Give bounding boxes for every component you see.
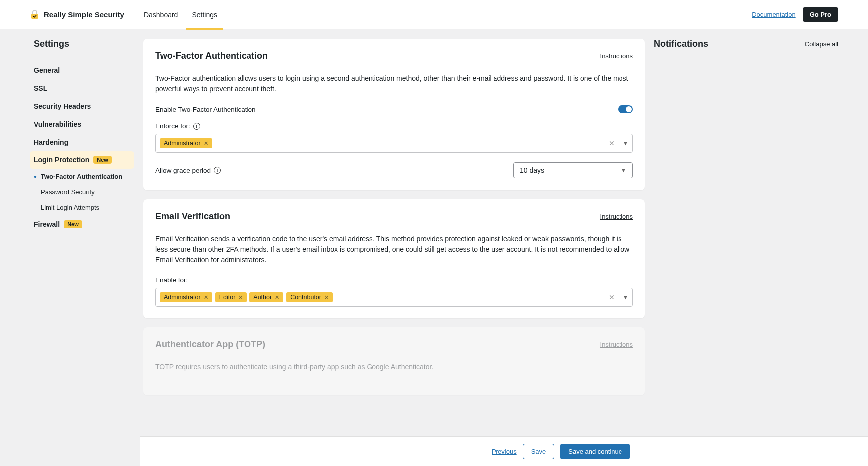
role-tag: Editor✕ — [215, 292, 247, 302]
settings-sidebar: Settings General SSL Security Headers Vu… — [30, 39, 134, 435]
label-text: Enforce for: — [155, 122, 190, 130]
header-actions: Documentation Go Pro — [752, 7, 838, 22]
remove-tag-icon[interactable]: ✕ — [204, 294, 208, 301]
sidebar-item-vulnerabilities[interactable]: Vulnerabilities — [30, 115, 134, 133]
go-pro-button[interactable]: Go Pro — [803, 7, 838, 22]
card-description: TOTP requires users to authenticate usin… — [155, 362, 633, 372]
card-email-verification: Email Verification Instructions Email Ve… — [143, 199, 645, 318]
tag-label: Editor — [219, 294, 236, 301]
selected-tags: Administrator ✕ — [160, 138, 212, 148]
info-icon[interactable]: ! — [193, 123, 200, 130]
card-header: Two-Factor Authentication Instructions — [155, 51, 633, 61]
multiselect-controls: ✕ ▼ — [609, 292, 628, 302]
login-protection-subitems: Two-Factor Authentication Password Secur… — [30, 169, 134, 215]
content-area: Settings General SSL Security Headers Vu… — [0, 30, 868, 435]
sidebar-item-security-headers[interactable]: Security Headers — [30, 97, 134, 115]
sidebar-item-general[interactable]: General — [30, 61, 134, 79]
role-tag: Author✕ — [249, 292, 283, 302]
tab-settings[interactable]: Settings — [192, 0, 217, 30]
role-tag: Administrator ✕ — [160, 138, 212, 148]
card-header: Authenticator App (TOTP) Instructions — [155, 339, 633, 350]
chevron-down-icon[interactable]: ▼ — [623, 140, 628, 146]
tag-label: Administrator — [164, 140, 201, 147]
separator — [619, 292, 619, 302]
card-authenticator-app: Authenticator App (TOTP) Instructions TO… — [143, 327, 645, 395]
label-text: Allow grace period — [155, 167, 211, 174]
card-description: Email Verification sends a verification … — [155, 234, 633, 265]
subitem-two-factor[interactable]: Two-Factor Authentication — [30, 169, 134, 184]
instructions-link[interactable]: Instructions — [600, 52, 633, 60]
tag-label: Contributor — [290, 294, 321, 301]
new-badge: New — [64, 220, 82, 228]
sidebar-item-login-protection[interactable]: Login Protection New — [30, 151, 134, 169]
tab-dashboard[interactable]: Dashboard — [144, 0, 178, 30]
header-nav: Dashboard Settings — [144, 0, 217, 30]
multiselect-controls: ✕ ▼ — [609, 138, 628, 148]
remove-tag-icon[interactable]: ✕ — [324, 294, 329, 301]
role-tag: Administrator✕ — [160, 292, 212, 302]
notifications-panel: Notifications Collapse all — [654, 39, 838, 435]
grace-period-label: Allow grace period ! — [155, 167, 221, 174]
enable-for-label: Enable for: — [155, 276, 633, 284]
remove-tag-icon[interactable]: ✕ — [238, 294, 243, 301]
separator — [619, 138, 619, 148]
brand-logo: Really Simple Security — [30, 10, 124, 20]
enable-tfa-toggle[interactable] — [618, 105, 633, 113]
card-title: Two-Factor Authentication — [155, 51, 268, 61]
selected-tags: Administrator✕ Editor✕ Author✕ Contribut… — [160, 292, 333, 302]
instructions-link[interactable]: Instructions — [600, 341, 633, 348]
instructions-link[interactable]: Instructions — [600, 213, 633, 220]
card-title: Authenticator App (TOTP) — [155, 339, 265, 350]
enable-tfa-label: Enable Two-Factor Authentication — [155, 106, 256, 113]
subitem-limit-login[interactable]: Limit Login Attempts — [30, 200, 134, 215]
card-header: Email Verification Instructions — [155, 211, 633, 222]
card-two-factor: Two-Factor Authentication Instructions T… — [143, 39, 645, 190]
app-header: Really Simple Security Dashboard Setting… — [0, 0, 868, 30]
sidebar-item-firewall[interactable]: Firewall New — [30, 215, 134, 233]
subitem-password-security[interactable]: Password Security — [30, 184, 134, 200]
collapse-all-link[interactable]: Collapse all — [805, 40, 838, 48]
enable-for-select[interactable]: Administrator✕ Editor✕ Author✕ Contribut… — [155, 288, 633, 307]
tag-label: Author — [253, 294, 272, 301]
notifications-header: Notifications Collapse all — [654, 39, 838, 49]
sidebar-item-hardening[interactable]: Hardening — [30, 133, 134, 151]
sidebar-title: Settings — [30, 39, 134, 49]
enforce-for-select[interactable]: Administrator ✕ ✕ ▼ — [155, 134, 633, 153]
clear-all-icon[interactable]: ✕ — [609, 139, 615, 147]
grace-period-row: Allow grace period ! 10 days ▼ — [155, 162, 633, 178]
sidebar-item-ssl[interactable]: SSL — [30, 79, 134, 97]
sidebar-item-label: Firewall — [34, 220, 60, 228]
documentation-link[interactable]: Documentation — [752, 11, 795, 18]
sidebar-item-label: Login Protection — [34, 156, 89, 164]
chevron-down-icon: ▼ — [621, 167, 626, 173]
remove-tag-icon[interactable]: ✕ — [275, 294, 279, 301]
clear-all-icon[interactable]: ✕ — [609, 293, 615, 301]
chevron-down-icon[interactable]: ▼ — [623, 294, 628, 300]
enforce-for-label: Enforce for: ! — [155, 122, 633, 130]
lock-shield-icon — [30, 10, 40, 20]
info-icon[interactable]: ! — [214, 167, 221, 174]
tag-label: Administrator — [164, 294, 201, 301]
role-tag: Contributor✕ — [286, 292, 333, 302]
select-value: 10 days — [520, 166, 544, 174]
new-badge: New — [93, 156, 112, 164]
enable-tfa-row: Enable Two-Factor Authentication — [155, 105, 633, 113]
card-description: Two-Factor authentication allows users t… — [155, 73, 633, 94]
grace-period-select[interactable]: 10 days ▼ — [513, 162, 633, 178]
notifications-title: Notifications — [654, 39, 708, 49]
main-column: Two-Factor Authentication Instructions T… — [143, 39, 645, 435]
remove-tag-icon[interactable]: ✕ — [204, 140, 208, 147]
card-title: Email Verification — [155, 211, 230, 222]
brand-name: Really Simple Security — [44, 10, 124, 19]
